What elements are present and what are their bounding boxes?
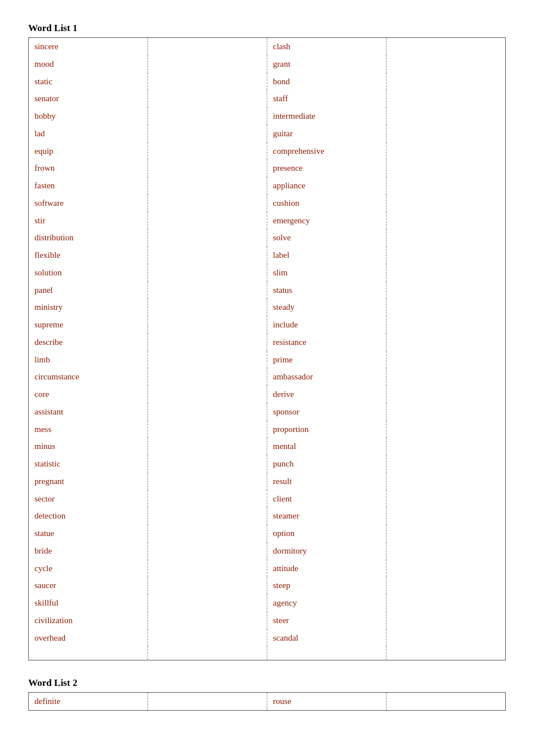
table-row: distributionsolve [29, 229, 506, 247]
word-cell [387, 577, 506, 594]
table-row: corederive [29, 386, 506, 403]
word-cell [387, 247, 506, 264]
word-cell [148, 542, 267, 560]
word-cell [148, 594, 267, 612]
word-cell [148, 334, 267, 351]
word-cell: equip [29, 142, 148, 160]
word-cell: civilization [29, 612, 148, 629]
word-cell: ambassador [267, 368, 387, 386]
word-cell: guitar [267, 125, 387, 142]
word-cell [387, 560, 506, 577]
page: Word List 1sincereclashmoodgrantstaticbo… [0, 0, 534, 756]
word-cell: include [267, 316, 387, 334]
word-cell: definite [29, 692, 148, 710]
word-cell [148, 299, 267, 316]
word-cell [148, 142, 267, 160]
table-row: staticbond [29, 73, 506, 90]
table-row: frownpresence [29, 159, 506, 177]
table-row: minusmental [29, 438, 506, 455]
word-cell [148, 560, 267, 577]
word-cell: flexible [29, 247, 148, 264]
word-cell: limb [29, 351, 148, 369]
word-cell: statistic [29, 455, 148, 473]
word-cell [29, 646, 148, 660]
word-cell [387, 38, 506, 55]
word-cell [387, 159, 506, 177]
word-cell [387, 282, 506, 299]
word-cell [148, 264, 267, 282]
word-list-title-1: Word List 1 [28, 23, 506, 34]
word-cell: client [267, 490, 387, 508]
word-cell [148, 386, 267, 403]
word-cell: distribution [29, 229, 148, 247]
word-cell: assistant [29, 403, 148, 421]
word-cell: derive [267, 386, 387, 403]
word-cell [148, 421, 267, 438]
table-row [29, 646, 506, 660]
table-row: detectionsteamer [29, 507, 506, 525]
word-cell: minus [29, 438, 148, 455]
word-cell [387, 368, 506, 386]
table-row: cycleattitude [29, 560, 506, 577]
table-row: limbprime [29, 351, 506, 369]
word-cell [148, 38, 267, 55]
word-cell [387, 473, 506, 490]
word-cell: cycle [29, 560, 148, 577]
word-cell [148, 692, 267, 710]
word-cell [148, 438, 267, 455]
word-cell: punch [267, 455, 387, 473]
word-cell [267, 646, 387, 660]
word-cell: sector [29, 490, 148, 508]
word-list-table-1: sincereclashmoodgrantstaticbondsenatorst… [28, 37, 506, 660]
table-row: ministrysteady [29, 299, 506, 316]
word-cell: dormitory [267, 542, 387, 560]
word-cell: solution [29, 264, 148, 282]
table-row: equipcomprehensive [29, 142, 506, 160]
table-row: pregnantresult [29, 473, 506, 490]
word-cell [148, 455, 267, 473]
word-cell [148, 646, 267, 660]
table-row: supremeinclude [29, 316, 506, 334]
word-cell: intermediate [267, 107, 387, 125]
word-cell: pregnant [29, 473, 148, 490]
table-row: describeresistance [29, 334, 506, 351]
table-row: bridedormitory [29, 542, 506, 560]
word-cell [387, 403, 506, 421]
word-cell [387, 90, 506, 107]
table-row: senatorstaff [29, 90, 506, 107]
word-cell: ministry [29, 299, 148, 316]
word-cell [387, 177, 506, 195]
word-cell: proportion [267, 421, 387, 438]
table-row: moodgrant [29, 55, 506, 73]
word-cell [148, 612, 267, 629]
word-cell: bride [29, 542, 148, 560]
table-row: flexiblelabel [29, 247, 506, 264]
word-cell [387, 212, 506, 230]
table-row: saucersteep [29, 577, 506, 594]
table-row: civilizationsteer [29, 612, 506, 629]
table-row: panelstatus [29, 282, 506, 299]
word-cell: supreme [29, 316, 148, 334]
word-cell: steady [267, 299, 387, 316]
word-cell: core [29, 386, 148, 403]
word-cell: emergency [267, 212, 387, 230]
word-cell [148, 212, 267, 230]
word-cell [148, 316, 267, 334]
word-cell [148, 368, 267, 386]
word-cell [387, 264, 506, 282]
table-row: fastenappliance [29, 177, 506, 195]
table-row: statisticpunch [29, 455, 506, 473]
word-cell [387, 351, 506, 369]
word-cell: skillful [29, 594, 148, 612]
word-list-table-2: definiterouse [28, 692, 506, 711]
word-cell [148, 473, 267, 490]
word-cell: option [267, 525, 387, 542]
word-cell: steer [267, 612, 387, 629]
word-cell [148, 247, 267, 264]
table-row: sectorclient [29, 490, 506, 508]
word-cell [387, 455, 506, 473]
word-cell: static [29, 73, 148, 90]
word-cell [387, 107, 506, 125]
word-cell: steep [267, 577, 387, 594]
word-cell: attitude [267, 560, 387, 577]
